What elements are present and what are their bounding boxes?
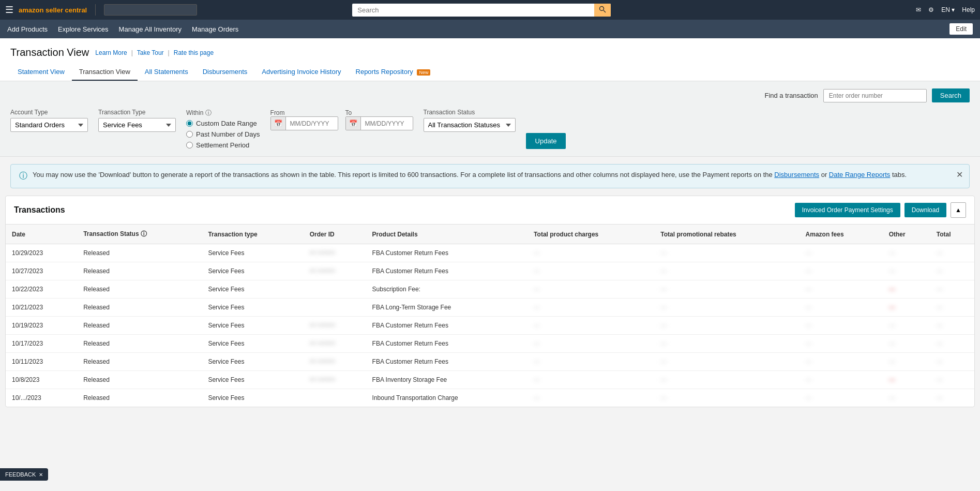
radio-custom-date-input[interactable] bbox=[186, 120, 193, 127]
cell-charges: — bbox=[527, 299, 654, 317]
url-bar[interactable] bbox=[104, 4, 197, 16]
cell-product: Subscription Fee: bbox=[366, 280, 528, 299]
search-button[interactable] bbox=[594, 4, 611, 17]
cell-orderId bbox=[304, 280, 366, 299]
cell-product: Inbound Transportation Charge bbox=[366, 389, 528, 407]
tab-transaction-view[interactable]: Transaction View bbox=[72, 64, 138, 81]
cell-date: 10/27/2023 bbox=[6, 262, 77, 280]
order-number-input[interactable] bbox=[823, 89, 927, 102]
cell-orderId bbox=[304, 299, 366, 317]
cell-rebates: — bbox=[654, 389, 799, 407]
sort-button[interactable]: ▲ bbox=[951, 202, 966, 218]
learn-more-link[interactable]: Learn More bbox=[95, 49, 127, 56]
language-selector[interactable]: EN ▾ bbox=[941, 6, 955, 13]
svg-point-0 bbox=[600, 6, 604, 10]
transaction-status-select[interactable]: All Transaction Statuses Released Reserv… bbox=[424, 118, 516, 132]
cell-other: — bbox=[883, 244, 930, 262]
take-tour-link[interactable]: Take Tour bbox=[137, 49, 164, 56]
help-link[interactable]: Help bbox=[962, 6, 975, 13]
cell-fees: — bbox=[800, 244, 883, 262]
radio-settlement-input[interactable] bbox=[186, 142, 193, 148]
col-charges: Total product charges bbox=[527, 225, 654, 244]
radio-custom-date[interactable]: Custom Date Range bbox=[186, 120, 260, 127]
cell-rebates: — bbox=[654, 371, 799, 389]
cell-product: FBA Customer Return Fees bbox=[366, 353, 528, 371]
col-status: Transaction Status ⓘ bbox=[77, 225, 202, 244]
mail-icon[interactable]: ✉ bbox=[916, 6, 921, 13]
cell-other: — bbox=[883, 353, 930, 371]
cell-date: 10/11/2023 bbox=[6, 353, 77, 371]
table-row: 10/22/2023ReleasedService FeesSubscripti… bbox=[6, 280, 974, 299]
tab-statement-view[interactable]: Statement View bbox=[10, 64, 72, 81]
nav-add-products[interactable]: Add Products bbox=[7, 25, 48, 33]
close-banner-icon[interactable]: ✕ bbox=[956, 170, 963, 180]
col-date: Date bbox=[6, 225, 77, 244]
to-date-input[interactable] bbox=[361, 117, 413, 130]
cell-total: — bbox=[930, 244, 974, 262]
table-header: Date Transaction Status ⓘ Transaction ty… bbox=[6, 225, 974, 244]
cell-type: Service Fees bbox=[202, 280, 303, 299]
edit-button[interactable]: Edit bbox=[949, 23, 973, 35]
disbursements-link[interactable]: Disbursements bbox=[774, 171, 819, 178]
cell-type: Service Fees bbox=[202, 371, 303, 389]
nav-explore-services[interactable]: Explore Services bbox=[58, 25, 109, 33]
cell-rebates: — bbox=[654, 244, 799, 262]
rate-page-link[interactable]: Rate this page bbox=[174, 49, 214, 56]
col-product: Product Details bbox=[366, 225, 528, 244]
table-row: 10/17/2023ReleasedService Fees••• ••••••… bbox=[6, 335, 974, 353]
within-label: Within ⓘ bbox=[186, 109, 260, 117]
cell-other: — bbox=[883, 371, 930, 389]
from-date-input[interactable] bbox=[286, 117, 338, 130]
cell-charges: — bbox=[527, 371, 654, 389]
tab-all-statements[interactable]: All Statements bbox=[138, 64, 195, 81]
radio-past-days[interactable]: Past Number of Days bbox=[186, 130, 260, 138]
radio-past-days-input[interactable] bbox=[186, 131, 193, 138]
hamburger-icon[interactable]: ☰ bbox=[5, 4, 13, 16]
date-range-group: From 📅 To 📅 bbox=[270, 109, 413, 130]
radio-custom-date-label: Custom Date Range bbox=[196, 120, 257, 127]
nav-manage-orders[interactable]: Manage Orders bbox=[192, 25, 238, 33]
from-calendar-icon[interactable]: 📅 bbox=[271, 117, 286, 130]
search-input[interactable] bbox=[352, 4, 611, 17]
tab-advertising-invoice[interactable]: Advertising Invoice History bbox=[254, 64, 348, 81]
filter-bar: Find a transaction Search Account Type S… bbox=[0, 81, 980, 157]
cell-total: — bbox=[930, 280, 974, 299]
tab-disbursements[interactable]: Disbursements bbox=[195, 64, 255, 81]
tab-reports-repository[interactable]: Reports Repository New bbox=[349, 64, 438, 81]
cell-charges: — bbox=[527, 335, 654, 353]
page-title: Transaction View bbox=[10, 47, 89, 58]
cell-rebates: — bbox=[654, 280, 799, 299]
invoiced-order-payment-settings-button[interactable]: Invoiced Order Payment Settings bbox=[795, 203, 900, 217]
transactions-section: Transactions Invoiced Order Payment Sett… bbox=[5, 196, 975, 407]
cell-total: — bbox=[930, 262, 974, 280]
within-radio-options: Custom Date Range Past Number of Days Se… bbox=[186, 120, 260, 149]
radio-settlement[interactable]: Settlement Period bbox=[186, 141, 260, 149]
find-transaction-search-button[interactable]: Search bbox=[932, 88, 970, 102]
date-range-reports-link[interactable]: Date Range Reports bbox=[829, 171, 891, 178]
transaction-type-select[interactable]: Service Fees Orders Refunds Other bbox=[98, 118, 176, 132]
cell-other: — bbox=[883, 299, 930, 317]
cell-fees: — bbox=[800, 335, 883, 353]
brand-logo: amazon seller central bbox=[19, 6, 87, 14]
update-button[interactable]: Update bbox=[526, 133, 566, 149]
transaction-status-filter: Transaction Status All Transaction Statu… bbox=[424, 109, 516, 132]
to-calendar-icon[interactable]: 📅 bbox=[346, 117, 361, 130]
cell-date: 10/.../2023 bbox=[6, 389, 77, 407]
cell-product: FBA Customer Return Fees bbox=[366, 317, 528, 335]
cell-rebates: — bbox=[654, 335, 799, 353]
download-button[interactable]: Download bbox=[904, 203, 946, 217]
table-body: 10/29/2023ReleasedService Fees••• ••••••… bbox=[6, 244, 974, 407]
cell-charges: — bbox=[527, 353, 654, 371]
table-row: 10/21/2023ReleasedService FeesFBA Long-T… bbox=[6, 299, 974, 317]
cell-product: FBA Long-Term Storage Fee bbox=[366, 299, 528, 317]
account-type-select[interactable]: Standard Orders Other bbox=[10, 118, 88, 132]
sep1: | bbox=[131, 49, 133, 56]
settings-icon[interactable]: ⚙ bbox=[928, 6, 934, 13]
cell-other: — bbox=[883, 335, 930, 353]
nav-manage-inventory[interactable]: Manage All Inventory bbox=[119, 25, 182, 33]
cell-status: Released bbox=[77, 353, 202, 371]
cell-other: — bbox=[883, 389, 930, 407]
cell-product: FBA Customer Return Fees bbox=[366, 244, 528, 262]
info-banner: ⓘ You may now use the 'Download' button … bbox=[10, 164, 970, 188]
new-badge: New bbox=[417, 69, 430, 76]
